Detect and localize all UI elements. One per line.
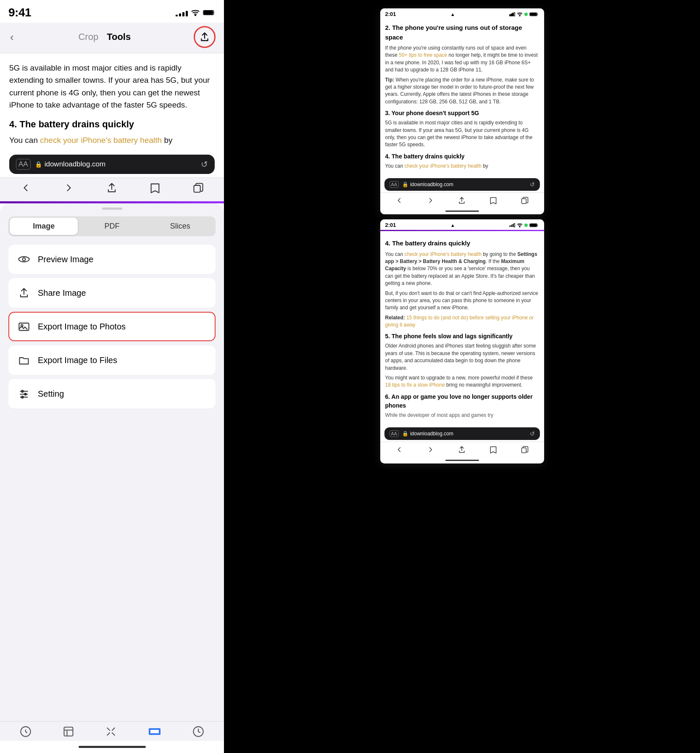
- top-bottom-nav: [380, 192, 544, 208]
- bottom-signal-icon: [509, 223, 515, 227]
- share-image-item[interactable]: Share Image: [8, 278, 216, 308]
- svg-point-8: [21, 390, 24, 392]
- bottom-screenshot: 2:01 ▲ 4. The battery drains: [380, 219, 544, 463]
- bottom-bottom-nav: [380, 442, 544, 457]
- segment-slices[interactable]: Slices: [146, 218, 214, 235]
- top-bookmarks-icon[interactable]: [489, 196, 497, 205]
- back-nav-icon[interactable]: [20, 182, 32, 194]
- bookmarks-icon[interactable]: [149, 182, 161, 194]
- crop-button[interactable]: Crop: [78, 32, 98, 42]
- svg-rect-19: [511, 13, 512, 16]
- battery-health-link[interactable]: check your iPhone's battery health: [40, 136, 162, 145]
- bottom-h5: 5. The phone feels slow and lags signifi…: [385, 332, 539, 341]
- export-photos-label: Export Image to Photos: [38, 322, 126, 332]
- top-share-icon[interactable]: [458, 196, 466, 205]
- bottom-share-icon[interactable]: [458, 445, 466, 454]
- sheet-handle: [102, 208, 122, 210]
- svg-rect-2: [204, 11, 213, 14]
- svg-point-30: [520, 226, 520, 227]
- top-article-p1: If the phone you're using constantly run…: [385, 45, 539, 74]
- nav-bar: ‹ Crop Tools: [0, 23, 224, 53]
- url-text: 🔒 idownloadblog.com: [35, 160, 197, 169]
- tools-button[interactable]: Tools: [107, 32, 131, 42]
- top-signal-icon: [509, 12, 515, 16]
- bottom-p4: You might want to upgrade to a new, more…: [385, 374, 539, 389]
- preview-image-item[interactable]: Preview Image: [8, 245, 216, 274]
- top-battery-icon: [529, 12, 539, 17]
- share-image-label: Share Image: [38, 288, 86, 298]
- bottom-tabs-icon[interactable]: [521, 445, 529, 454]
- slow-iphone-link[interactable]: 18 tips to fix a slow iPhone: [385, 382, 445, 388]
- top-forward-icon[interactable]: [426, 196, 435, 205]
- bottom-status-bar: 2:01 ▲: [380, 219, 544, 230]
- url-bar[interactable]: AA 🔒 idownloadblog.com ↺: [9, 155, 215, 174]
- right-panel: 2:01 ▲ 2. The phone you're using r: [224, 0, 700, 753]
- tool-icon-4[interactable]: [148, 726, 161, 737]
- top-article-p3: You can check your iPhone's battery heal…: [385, 163, 539, 170]
- tool-icon-2[interactable]: [63, 726, 74, 737]
- top-aa: AA: [389, 181, 399, 188]
- bottom-article: 4. The battery drains quickly You can ch…: [380, 231, 544, 426]
- share-icon: [199, 32, 210, 42]
- tool-icon-1[interactable]: [20, 726, 32, 737]
- svg-rect-33: [522, 448, 526, 453]
- top-battery-link[interactable]: check your iPhone's battery health: [405, 163, 482, 169]
- bottom-forward-icon[interactable]: [426, 445, 435, 454]
- share-button[interactable]: [194, 26, 216, 48]
- top-status-icons: [509, 12, 539, 17]
- tool-icon-5[interactable]: [192, 726, 204, 737]
- article-heading: 4. The battery drains quickly: [9, 119, 215, 130]
- bottom-home-indicator: [445, 460, 479, 461]
- top-free-space-link[interactable]: 50+ tips to free space: [399, 52, 447, 58]
- preview-image-label: Preview Image: [38, 255, 93, 264]
- svg-point-10: [24, 393, 26, 395]
- export-files-item[interactable]: Export Image to Files: [8, 345, 216, 375]
- svg-rect-21: [514, 12, 515, 16]
- url-aa[interactable]: AA: [16, 159, 31, 170]
- export-photos-item[interactable]: Export Image to Photos: [8, 312, 216, 341]
- svg-rect-32: [530, 224, 537, 226]
- setting-item[interactable]: Setting: [8, 379, 216, 408]
- bottom-related: Related: 15 things to do (and not do) be…: [385, 314, 539, 329]
- top-url-text: 🔒 idownloadblog.com: [402, 182, 526, 187]
- svg-rect-14: [64, 727, 73, 736]
- svg-rect-27: [511, 224, 512, 226]
- top-wifi-icon: [517, 12, 523, 16]
- related-link[interactable]: 15 things to do (and not do) before sell…: [385, 315, 534, 328]
- back-button[interactable]: ‹: [8, 29, 16, 45]
- share-up-icon: [18, 287, 30, 299]
- top-status-arrow: ▲: [450, 12, 455, 17]
- signal-icon: [176, 9, 188, 16]
- home-indicator: [79, 746, 146, 748]
- svg-rect-20: [513, 13, 513, 16]
- top-back-icon[interactable]: [395, 196, 403, 205]
- bottom-bookmarks-icon[interactable]: [489, 445, 497, 454]
- battery-icon: [203, 9, 216, 16]
- refresh-button[interactable]: ↺: [201, 159, 208, 169]
- top-url-bar[interactable]: AA 🔒 idownloadblog.com ↺: [384, 178, 540, 191]
- segment-image[interactable]: Image: [10, 218, 78, 235]
- status-time: 9:41: [8, 6, 31, 19]
- bottom-back-icon[interactable]: [395, 445, 403, 454]
- wifi-icon: [191, 9, 200, 16]
- top-article-p2: 5G is available in most major cities and…: [385, 119, 539, 149]
- status-bar: 9:41: [0, 0, 224, 23]
- tabs-icon[interactable]: [192, 182, 204, 194]
- setting-label: Setting: [38, 389, 64, 399]
- forward-nav-icon[interactable]: [63, 182, 75, 194]
- bottom-refresh-icon[interactable]: ↺: [530, 430, 535, 437]
- bottom-nav: [0, 177, 224, 201]
- bottom-url-bar[interactable]: AA 🔒 idownloadblog.com ↺: [384, 427, 540, 440]
- top-home-indicator: [445, 211, 479, 212]
- bottom-battery-link[interactable]: check your iPhone's battery health: [405, 251, 482, 257]
- bottom-status-time: 2:01: [385, 222, 396, 228]
- url-bar-area: AA 🔒 idownloadblog.com ↺: [0, 151, 224, 177]
- svg-rect-25: [522, 199, 526, 204]
- top-refresh-icon[interactable]: ↺: [530, 181, 535, 188]
- svg-rect-18: [510, 14, 511, 16]
- share-nav-icon[interactable]: [106, 182, 118, 194]
- top-tabs-icon[interactable]: [521, 196, 529, 205]
- segment-pdf[interactable]: PDF: [78, 218, 146, 235]
- tool-icon-3[interactable]: [105, 726, 117, 737]
- bottom-h6: 6. An app or game you love no longer sup…: [385, 392, 539, 410]
